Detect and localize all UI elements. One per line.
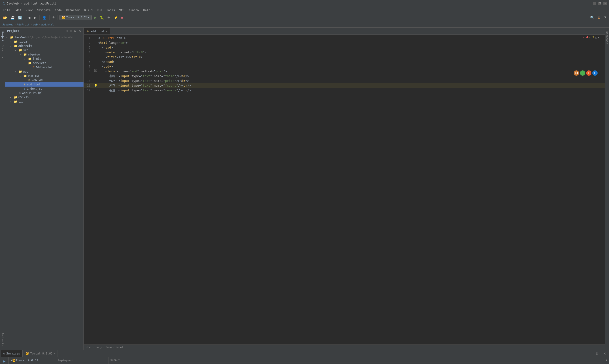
- tree-src[interactable]: ▾ 📁 src: [5, 48, 83, 52]
- tab-close-addhtml[interactable]: ✕: [106, 30, 107, 33]
- services-close-btn[interactable]: ✕: [601, 351, 608, 357]
- stop-button[interactable]: ■: [120, 15, 124, 20]
- error-nav-down[interactable]: ▼: [598, 36, 599, 39]
- tree-lib-label: lib: [18, 100, 24, 103]
- chrome-browser-icon[interactable]: C: [580, 70, 585, 76]
- editor-breadcrumb: html › body › form › input: [84, 344, 605, 350]
- right-tab-database[interactable]: Database: [605, 29, 609, 46]
- menu-item-window[interactable]: Window: [127, 8, 141, 12]
- tree-addfruit-iml[interactable]: 🗎 AddFruit.iml: [5, 91, 83, 95]
- tree-atguigu[interactable]: ▾ 📁 atguigu: [5, 52, 83, 57]
- menu-item-navigate[interactable]: Navigate: [35, 8, 52, 12]
- run-button[interactable]: ▶: [92, 14, 98, 20]
- tree-root[interactable]: ▾ 📁 JavaWeb D:\Projects\IdeaProjects\Jav…: [5, 35, 83, 39]
- tree-webxml[interactable]: 🗎 web.xml: [5, 78, 83, 82]
- code-editor[interactable]: 1 <!DOCTYPE html> 2 <html lang="en"> 3 <…: [84, 35, 605, 344]
- breadcrumb-addfruit[interactable]: AddFruit: [17, 23, 29, 26]
- menu-item-tools[interactable]: Tools: [104, 8, 117, 12]
- menu-item-view[interactable]: View: [24, 8, 35, 12]
- toolbar-build-target-btn[interactable]: ⚙: [51, 15, 56, 20]
- settings-btn[interactable]: ⚙: [596, 15, 602, 20]
- left-strip-bookmarks[interactable]: Bookmarks: [1, 331, 4, 348]
- svc-tree-tomcat-se[interactable]: ⚙ Tomcat-Se...: [9, 363, 56, 364]
- tree-addhtml[interactable]: 🗎 add.html: [5, 82, 83, 87]
- tree-cssjs[interactable]: ▸ 📁 CSS-JS: [5, 95, 83, 99]
- tree-webinf[interactable]: ▾ 📁 WEB-INF: [5, 74, 83, 78]
- eb-form[interactable]: form: [105, 346, 112, 349]
- breadcrumb-javaweb[interactable]: JavaWeb: [2, 23, 13, 26]
- services-settings-btn[interactable]: ⚙: [594, 351, 600, 357]
- menu-item-edit[interactable]: Edit: [13, 8, 23, 12]
- menu-item-run[interactable]: Run: [95, 8, 104, 12]
- toolbar-open-btn[interactable]: 📂: [2, 15, 8, 20]
- run-config-arrow: ▾: [88, 16, 90, 19]
- svc-run-btn[interactable]: ▶: [1, 358, 8, 364]
- tree-indexjsp[interactable]: 🗎 index.jsp: [5, 87, 83, 91]
- toolbar-forward-btn[interactable]: ▶: [33, 15, 38, 20]
- eb-html[interactable]: html: [86, 346, 92, 349]
- tree-lib[interactable]: ▸ 📁 lib: [5, 99, 83, 104]
- menu-item-code[interactable]: Code: [53, 8, 64, 12]
- minimize-button[interactable]: —: [593, 2, 596, 5]
- tree-atguigu-arrow: ▾: [20, 53, 23, 56]
- services-tab-tomcat[interactable]: 🐱 Tomcat 9.0.62 ✕: [23, 350, 58, 357]
- tab-addhtml[interactable]: 🗎 add.html ✕: [84, 28, 110, 35]
- line-content-12: 备注：<input type="text" name="remark"/><br…: [98, 88, 605, 93]
- menu-item-build[interactable]: Build: [82, 8, 94, 12]
- eb-body[interactable]: body: [96, 346, 102, 349]
- debug-button[interactable]: 🐛: [99, 15, 105, 20]
- menu-item-file[interactable]: File: [1, 8, 12, 12]
- breadcrumb-addhtml[interactable]: add.html: [41, 23, 54, 26]
- close-button[interactable]: ✕: [603, 2, 607, 5]
- line-content-10: 价格：<input type="text" name="price"/><br/…: [98, 78, 605, 83]
- svc-tomcat-label: Tomcat 9.0.62: [16, 359, 38, 362]
- fold-icon-8: [94, 69, 97, 72]
- toolbar-vcs-btn[interactable]: 👤: [41, 15, 48, 20]
- edge-browser-icon[interactable]: E: [592, 70, 597, 76]
- eb-input[interactable]: input: [115, 346, 123, 349]
- tree-idea-label: .idea: [18, 40, 27, 43]
- app-icon: ⬡: [2, 2, 5, 5]
- error-nav-up[interactable]: ▲: [595, 36, 597, 39]
- panel-settings-btn[interactable]: ⚙: [73, 28, 77, 33]
- panel-collapse-btn[interactable]: ≡: [69, 28, 72, 33]
- tree-servlets[interactable]: ▾ 📁 servlets: [5, 61, 83, 65]
- addservlet-java-icon: C: [33, 66, 35, 69]
- panel-icons: ⊞ ≡ ⚙ ✕: [65, 28, 82, 33]
- profile-button[interactable]: ⚡: [113, 15, 119, 20]
- tree-idea[interactable]: ▸ 📁 .idea: [5, 39, 83, 44]
- run-config-selector[interactable]: 🐱 Tomcat 9.0.62 ▾: [59, 15, 91, 20]
- search-everywhere-btn[interactable]: 🔍: [589, 15, 596, 20]
- firefox-browser-icon[interactable]: F: [586, 70, 591, 76]
- tree-fruit[interactable]: ▸ 📁 fruit: [5, 57, 83, 61]
- left-strip-project[interactable]: Project: [1, 29, 4, 43]
- output-scroll-bottom[interactable]: ▼: [605, 363, 609, 364]
- tree-addfruit[interactable]: ▾ 📁 AddFruit: [5, 44, 83, 48]
- menu-item-refactor[interactable]: Refactor: [64, 8, 82, 12]
- services-tab-services[interactable]: ⚙ Services: [1, 350, 23, 357]
- maximize-button[interactable]: ☐: [598, 2, 601, 5]
- output-scroll-top[interactable]: ▲: [605, 358, 609, 362]
- left-strip-structure[interactable]: Structure: [1, 43, 4, 60]
- intellij-browser-icon[interactable]: IJ: [574, 70, 579, 76]
- services-toolbar: ▶ ■ ↺ ▽ ⊞ ⊕ ↑ ↓ + 🔧 ⊡: [0, 357, 9, 364]
- menu-item-help[interactable]: Help: [141, 8, 152, 12]
- help-btn[interactable]: ?: [603, 15, 607, 20]
- toolbar-save-btn[interactable]: 💾: [9, 15, 16, 20]
- panel-hide-btn[interactable]: ✕: [78, 28, 82, 33]
- breadcrumb-web[interactable]: web: [33, 23, 38, 26]
- toolbar-sync-btn[interactable]: 🔄: [17, 15, 23, 20]
- tree-fruit-label: fruit: [33, 57, 41, 60]
- svc-tree-tomcat[interactable]: ▾ 🐱 Tomcat 9.0.62: [9, 358, 56, 363]
- menu-item-vcs[interactable]: VCS: [117, 8, 126, 12]
- line-content-5: <title>Title</title>: [98, 55, 605, 59]
- panel-scope-btn[interactable]: ⊞: [65, 28, 68, 33]
- coverage-button[interactable]: ☂: [106, 15, 112, 20]
- tomcat-tab-close[interactable]: ✕: [54, 352, 55, 355]
- tree-addservlet-label: AddServlet: [36, 66, 52, 69]
- toolbar-back-btn[interactable]: ◀: [27, 15, 32, 20]
- tree-web[interactable]: ▾ 📁 web: [5, 69, 83, 74]
- title-left: ⬡ JavaWeb - add.html [AddFruit]: [2, 2, 57, 5]
- services-tab-bar: ⚙ Services 🐱 Tomcat 9.0.62 ✕ ⚙ ✕: [0, 350, 609, 357]
- tree-addservlet[interactable]: C AddServlet: [5, 65, 83, 69]
